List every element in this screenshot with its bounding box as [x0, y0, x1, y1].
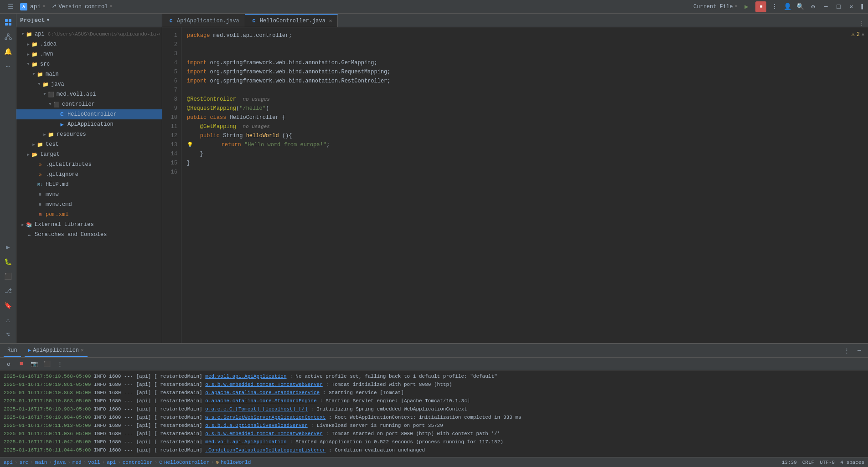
tree-item-src[interactable]: ▼ 📁 src: [16, 59, 162, 69]
tree-item-hello-controller[interactable]: C HelloController: [16, 109, 162, 119]
project-name-label[interactable]: api ▼: [30, 3, 45, 10]
tree-item-api[interactable]: ▼ 📁 api C:\Users\ASUS\Documents\aplicand…: [16, 29, 162, 39]
sidebar-icon-bookmark[interactable]: 🔖: [1, 298, 15, 312]
breadcrumb-controller[interactable]: controller: [123, 460, 153, 465]
run-button[interactable]: ▶: [741, 1, 752, 12]
bottom-tab-run[interactable]: Run: [4, 344, 21, 357]
code-editor[interactable]: package med.voll.api.controller; import …: [181, 27, 868, 343]
svg-point-5: [5, 38, 7, 40]
breadcrumb-api2[interactable]: api: [107, 460, 116, 465]
version-control-button[interactable]: ⎇ Version control ▼: [48, 3, 115, 11]
breadcrumb-med[interactable]: med: [72, 460, 82, 465]
warning-badge[interactable]: ⚠ 2 ▲: [852, 31, 864, 38]
svg-point-4: [7, 34, 9, 36]
breadcrumb-main[interactable]: main: [35, 460, 47, 465]
status-crlf[interactable]: CRLF: [802, 460, 814, 465]
minimize-icon[interactable]: ─: [821, 2, 830, 11]
sidebar-icon-debug[interactable]: 🐛: [1, 255, 15, 268]
tree-item-med-voll-api[interactable]: ▼ ⬛ med.voll.api: [16, 89, 162, 99]
maximize-icon[interactable]: □: [834, 2, 843, 11]
tree-item-help-md[interactable]: M↓ HELP.md: [16, 180, 162, 190]
code-line-10: public class HelloController {: [187, 113, 863, 122]
code-line-13: 💡 return "Hello word from europa!";: [187, 140, 863, 149]
log-line-1: 2025-01-16T17:50:10.568-05:00 INFO 1680 …: [4, 372, 864, 380]
tree-item-api-application[interactable]: ▶ ApiApplication: [16, 119, 162, 129]
tree-item-idea[interactable]: ▶ 📁 .idea: [16, 39, 162, 49]
top-bar-right: Current File ▼ ▶ ■ ⋮ 👤 🔍 ⚙ ─ □ ✕ ▌: [693, 1, 864, 12]
tree-item-pom-xml[interactable]: ⊞ pom.xml: [16, 210, 162, 220]
status-charset[interactable]: UTF-8: [820, 460, 835, 465]
breadcrumb-hello-world[interactable]: helloWorld: [221, 460, 251, 465]
tree-item-mvnw[interactable]: ≡ mvnw: [16, 190, 162, 200]
add-user-icon[interactable]: 👤: [783, 2, 792, 11]
svg-rect-3: [9, 23, 11, 26]
minimize-panel-button[interactable]: ─: [854, 346, 864, 356]
tree-arrow: ▶: [26, 42, 31, 47]
code-line-8: @RestController no usages: [187, 95, 863, 104]
tab-api-application[interactable]: C ApiApplication.java: [162, 14, 245, 27]
tab-close-button[interactable]: ✕: [329, 18, 332, 24]
sidebar-icon-warnings[interactable]: ⚠: [1, 313, 15, 327]
tree-arrow: ▼: [47, 102, 53, 107]
breadcrumb-src[interactable]: src: [19, 460, 28, 465]
more-options-icon[interactable]: ⋮: [770, 2, 779, 11]
options-button[interactable]: ⋮: [55, 359, 65, 369]
status-time: 13:39: [782, 460, 797, 465]
sidebar-icon-git[interactable]: ⎇: [1, 284, 15, 298]
more-button[interactable]: ⋮: [842, 346, 852, 356]
hamburger-icon[interactable]: ☰: [4, 0, 17, 14]
ext-lib-icon: 📚: [26, 221, 33, 228]
breadcrumb-voll[interactable]: voll: [88, 460, 100, 465]
sidebar-icon-run[interactable]: ▶: [1, 240, 15, 254]
current-file-button[interactable]: Current File ▼: [693, 4, 737, 10]
tree-item-main[interactable]: ▼ 📁 main: [16, 69, 162, 79]
tab-hello-controller[interactable]: C HelloController.java ✕: [245, 14, 338, 27]
sidebar-icon-more[interactable]: ⋯: [1, 59, 15, 73]
md-icon: M↓: [36, 181, 44, 188]
sidebar-icon-notifications[interactable]: 🔔: [1, 45, 15, 58]
java-file-icon: C: [58, 111, 66, 118]
settings-icon[interactable]: ⚙: [808, 2, 817, 11]
xml-icon: ⊞: [36, 211, 44, 218]
breadcrumb: api › src › main › java › med › voll › a…: [4, 459, 251, 465]
tree-item-mvnw-cmd[interactable]: ≡ mvnw.cmd: [16, 200, 162, 210]
package-icon: ⬛: [47, 91, 55, 98]
clear-button[interactable]: ⬛: [42, 359, 52, 369]
tree-item-mvn[interactable]: ▶ 📁 .mvn: [16, 49, 162, 59]
project-tree: ▼ 📁 api C:\Users\ASUS\Documents\aplicand…: [16, 27, 162, 343]
close-icon[interactable]: ✕: [847, 2, 856, 11]
tree-item-java-dir[interactable]: ▼ 📁 java: [16, 79, 162, 89]
tree-item-external-libraries[interactable]: ▶ 📚 External Libraries: [16, 220, 162, 230]
bottom-tab-api-application[interactable]: ▶ ApiApplication ✕: [25, 344, 88, 357]
tab-more-button[interactable]: ⋮: [855, 20, 868, 27]
tree-item-gitattributes[interactable]: ⊙ .gitattributes: [16, 159, 162, 169]
tree-item-controller[interactable]: ▼ ⬛ controller: [16, 99, 162, 109]
tree-item-test[interactable]: ▶ 📁 test: [16, 139, 162, 149]
bottom-tab-close[interactable]: ✕: [81, 347, 84, 353]
status-spaces[interactable]: 4 spaces: [840, 460, 864, 465]
tree-arrow: ▶: [42, 132, 47, 137]
screenshot-button[interactable]: 📷: [29, 359, 39, 369]
stop-run-button[interactable]: ■: [16, 359, 26, 369]
console-output[interactable]: 2025-01-16T17:50:10.568-05:00 INFO 1680 …: [0, 370, 868, 457]
status-left: api › src › main › java › med › voll › a…: [4, 459, 251, 465]
tree-item-resources[interactable]: ▶ 📁 resources: [16, 129, 162, 139]
code-line-9: @RequestMapping("/hello"): [187, 104, 863, 113]
tree-item-gitignore[interactable]: ⊘ .gitignore: [16, 169, 162, 180]
sidebar-icon-git2[interactable]: ⌥: [1, 328, 15, 341]
log-line-9: 2025-01-16T17:50:11.042-05:00 INFO 1680 …: [4, 438, 864, 446]
sidebar-icon-structure[interactable]: [1, 30, 15, 44]
code-line-7: [187, 86, 863, 95]
sidebar-icon-project[interactable]: [1, 15, 15, 29]
editor-area: C ApiApplication.java C HelloController.…: [162, 14, 868, 343]
stop-button[interactable]: ■: [755, 1, 766, 12]
sidebar-icon-terminal[interactable]: ⬛: [1, 269, 15, 283]
tree-item-target[interactable]: ▶ 📂 target: [16, 149, 162, 159]
search-icon[interactable]: 🔍: [796, 2, 805, 11]
breadcrumb-java[interactable]: java: [54, 460, 66, 465]
tree-item-scratches[interactable]: ✏ Scratches and Consoles: [16, 230, 162, 240]
restart-button[interactable]: ↺: [4, 359, 14, 369]
breadcrumb-api[interactable]: api: [4, 460, 13, 465]
breadcrumb-hello-controller[interactable]: HelloController: [164, 460, 209, 465]
svg-rect-0: [5, 19, 8, 22]
